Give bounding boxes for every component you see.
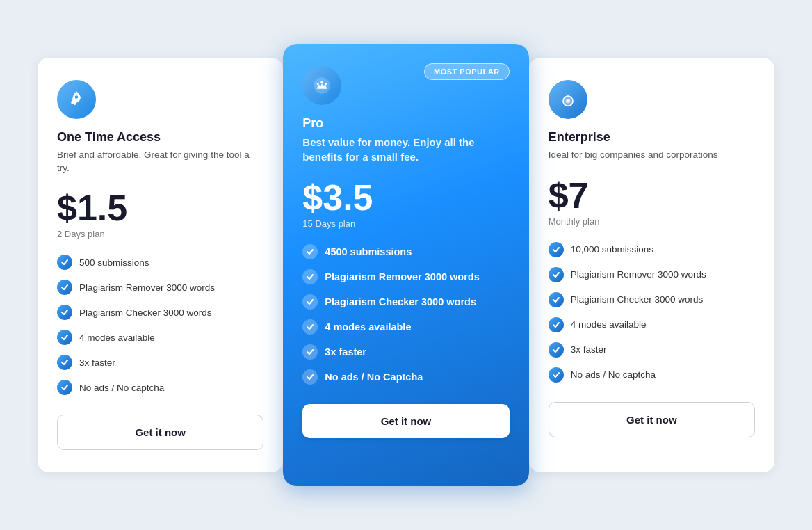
check-icon (302, 319, 318, 335)
feature-text: Plagiarism Checker 3000 words (571, 294, 704, 305)
plan-price: $1.5 (57, 190, 263, 226)
check-icon (302, 344, 318, 360)
feature-text: 4500 submissions (325, 246, 412, 257)
check-icon (302, 294, 318, 310)
feature-text: No ads / No Captcha (325, 371, 423, 383)
plan-description: Best value for money. Enjoy all the bene… (302, 135, 509, 164)
feature-item: 4 modes available (302, 319, 509, 335)
check-icon (549, 292, 564, 307)
feature-text: 4 modes available (571, 319, 647, 330)
feature-text: 500 submissions (79, 257, 149, 268)
plan-price: $3.5 (302, 179, 509, 216)
feature-item: Plagiarism Checker 3000 words (302, 294, 509, 310)
feature-item: No ads / No Captcha (302, 369, 509, 385)
feature-item: 3x faster (302, 344, 509, 360)
feature-text: No ads / No captcha (571, 369, 656, 380)
feature-item: 4 modes available (549, 317, 755, 332)
check-icon (57, 355, 72, 370)
check-icon (549, 267, 564, 282)
check-icon (549, 317, 564, 332)
check-icon (302, 269, 318, 284)
plan-price: $7 (549, 177, 755, 214)
svg-point-3 (325, 83, 327, 85)
plan-icon-pro (302, 66, 341, 105)
feature-item: 500 submissions (57, 255, 263, 270)
check-icon (57, 255, 72, 270)
feature-item: Plagiarism Remover 3000 words (302, 269, 509, 284)
check-icon (549, 367, 564, 383)
feature-item: 3x faster (549, 342, 755, 358)
feature-item: Plagiarism Checker 3000 words (549, 292, 755, 307)
feature-text: Plagiarism Remover 3000 words (325, 271, 479, 282)
plan-card-one-time: One Time Access Brief and affordable. Gr… (38, 58, 283, 473)
plan-icon-enterprise (549, 80, 587, 119)
feature-item: 3x faster (57, 355, 263, 370)
feature-item: No ads / No captcha (549, 367, 755, 383)
svg-point-1 (321, 81, 324, 83)
feature-item: No ads / No captcha (57, 380, 263, 395)
features-list: 10,000 submissions Plagiarism Remover 30… (549, 242, 755, 383)
plan-card-enterprise: Enterprise Ideal for big companies and c… (529, 58, 774, 473)
feature-item: 4500 submissions (302, 244, 509, 259)
feature-text: Plagiarism Checker 3000 words (325, 296, 476, 307)
get-it-button-one-time[interactable]: Get it now (57, 415, 263, 450)
most-popular-badge: MOST POPULAR (424, 63, 510, 80)
check-icon (549, 342, 564, 358)
plan-description: Ideal for big companies and corporations (549, 149, 755, 162)
plan-icon-one-time (57, 80, 96, 119)
plan-duration: 15 Days plan (302, 218, 509, 229)
plan-name: One Time Access (57, 130, 263, 145)
pricing-section: One Time Access Brief and affordable. Gr… (24, 44, 788, 487)
feature-text: 4 modes available (325, 321, 411, 332)
feature-item: 4 modes available (57, 330, 263, 345)
feature-item: Plagiarism Checker 3000 words (57, 305, 263, 320)
features-list: 4500 submissions Plagiarism Remover 3000… (302, 244, 509, 385)
plan-duration: 2 Days plan (57, 229, 263, 239)
plan-description: Brief and affordable. Great for giving t… (57, 149, 263, 175)
check-icon (302, 369, 318, 385)
check-icon (549, 242, 564, 257)
feature-text: 10,000 submissions (571, 244, 653, 255)
get-it-button-enterprise[interactable]: Get it now (549, 402, 755, 437)
feature-text: No ads / No captcha (79, 383, 164, 393)
check-icon (57, 380, 72, 395)
svg-point-2 (317, 83, 319, 85)
plan-name: Enterprise (549, 130, 755, 145)
check-icon (57, 330, 72, 345)
check-icon (57, 305, 72, 320)
check-icon (302, 244, 318, 259)
get-it-button-pro[interactable]: Get it now (302, 404, 509, 438)
features-list: 500 submissions Plagiarism Remover 3000 … (57, 255, 263, 395)
check-icon (57, 280, 72, 295)
feature-text: 3x faster (79, 358, 115, 368)
feature-item: Plagiarism Remover 3000 words (549, 267, 755, 282)
feature-text: Plagiarism Remover 3000 words (571, 269, 706, 280)
feature-text: 3x faster (325, 346, 366, 358)
feature-item: 10,000 submissions (549, 242, 755, 257)
feature-text: Plagiarism Remover 3000 words (79, 282, 215, 293)
feature-item: Plagiarism Remover 3000 words (57, 280, 263, 295)
plan-name: Pro (302, 116, 509, 131)
plan-duration: Monthly plan (549, 216, 755, 227)
feature-text: 4 modes available (79, 332, 155, 343)
feature-text: Plagiarism Checker 3000 words (79, 307, 212, 318)
feature-text: 3x faster (571, 344, 607, 355)
plan-card-pro: MOST POPULAR Pro Best value for money. E… (283, 44, 528, 487)
